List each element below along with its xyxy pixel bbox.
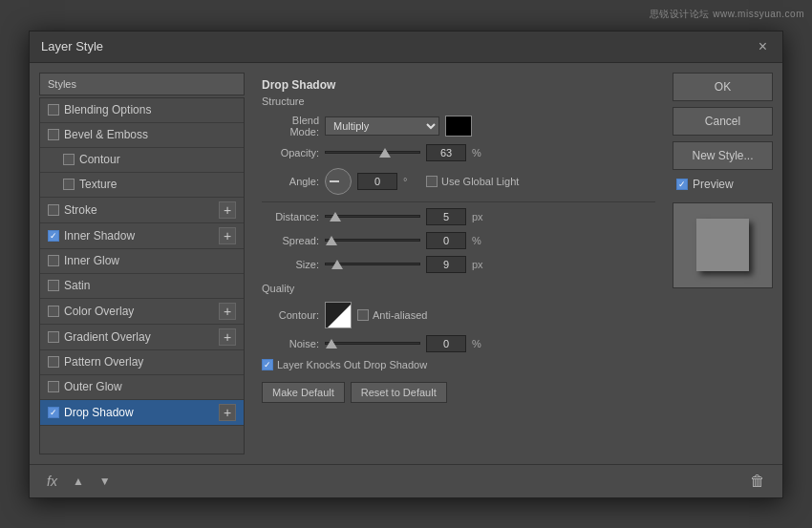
- sidebar-item-inner-shadow[interactable]: Inner Shadow+: [40, 223, 244, 249]
- dialog-title: Layer Style: [41, 39, 103, 53]
- checkbox-stroke[interactable]: [48, 204, 59, 216]
- spread-input[interactable]: 0: [426, 232, 466, 249]
- move-up-button[interactable]: ▲: [69, 473, 88, 490]
- checkbox-inner-shadow[interactable]: [48, 230, 59, 242]
- preview-label: Preview: [693, 178, 734, 191]
- distance-label: Distance:: [262, 211, 319, 222]
- checkbox-bevel-emboss[interactable]: [48, 129, 59, 140]
- sidebar-item-gradient-overlay[interactable]: Gradient Overlay+: [40, 325, 244, 350]
- label-satin: Satin: [64, 279, 90, 292]
- fx-button[interactable]: fx: [43, 472, 61, 491]
- distance-unit: px: [472, 211, 489, 222]
- section-title: Drop Shadow: [262, 78, 655, 92]
- blend-mode-select[interactable]: NormalDissolveDarkenMultiplyColor BurnLi…: [325, 116, 439, 136]
- opacity-input[interactable]: 63: [426, 144, 466, 161]
- close-button[interactable]: ×: [755, 39, 771, 54]
- checkbox-texture[interactable]: [63, 179, 75, 190]
- plus-btn-inner-shadow[interactable]: +: [219, 227, 236, 244]
- checkbox-blending-options[interactable]: [48, 104, 59, 116]
- cancel-button[interactable]: Cancel: [673, 107, 773, 136]
- angle-unit: °: [403, 176, 420, 187]
- layer-knocks-row: Layer Knocks Out Drop Shadow: [262, 359, 655, 370]
- size-slider-container[interactable]: [325, 258, 420, 271]
- checkbox-inner-glow[interactable]: [48, 255, 59, 266]
- sidebar-item-color-overlay[interactable]: Color Overlay+: [40, 299, 244, 325]
- sidebar-item-stroke[interactable]: Stroke+: [40, 198, 244, 223]
- delete-button[interactable]: 🗑: [746, 471, 769, 492]
- sidebar-item-pattern-overlay[interactable]: Pattern Overlay: [40, 350, 244, 375]
- sidebar-item-inner-glow[interactable]: Inner Glow: [40, 249, 244, 274]
- anti-aliased-checkbox[interactable]: [357, 309, 369, 321]
- middle-panel: Drop Shadow Structure Blend Mode: Normal…: [254, 73, 663, 454]
- spread-unit: %: [472, 235, 489, 246]
- noise-slider-container[interactable]: [325, 337, 420, 350]
- label-outer-glow: Outer Glow: [64, 380, 122, 393]
- noise-unit: %: [472, 338, 489, 349]
- new-style-button[interactable]: New Style...: [673, 141, 773, 170]
- distance-slider-container[interactable]: [325, 210, 420, 223]
- label-stroke: Stroke: [64, 203, 97, 217]
- checkbox-outer-glow[interactable]: [48, 381, 59, 392]
- make-default-button[interactable]: Make Default: [262, 382, 345, 403]
- size-group: Size: 9 px: [262, 256, 655, 273]
- noise-label: Noise:: [262, 338, 319, 349]
- blend-mode-group: Blend Mode: NormalDissolveDarkenMultiply…: [262, 115, 655, 137]
- label-texture: Texture: [79, 178, 117, 191]
- checkbox-satin[interactable]: [48, 280, 59, 291]
- reset-default-button[interactable]: Reset to Default: [351, 382, 447, 403]
- plus-btn-drop-shadow[interactable]: +: [219, 404, 236, 421]
- label-gradient-overlay: Gradient Overlay: [64, 330, 151, 344]
- dialog-titlebar: Layer Style ×: [30, 32, 782, 63]
- label-contour: Contour: [79, 153, 120, 166]
- sidebar-item-outer-glow[interactable]: Outer Glow: [40, 375, 244, 400]
- left-panel: Styles Blending OptionsBevel & EmbossCon…: [39, 73, 245, 454]
- plus-btn-stroke[interactable]: +: [219, 201, 236, 219]
- layer-style-dialog: Layer Style × Styles Blending OptionsBev…: [29, 31, 783, 498]
- sidebar-item-blending-options[interactable]: Blending Options: [40, 98, 244, 123]
- right-panel: OK Cancel New Style... Preview: [673, 73, 773, 454]
- label-bevel-emboss: Bevel & Emboss: [64, 128, 148, 141]
- contour-preview[interactable]: [325, 302, 352, 328]
- ok-button[interactable]: OK: [673, 73, 773, 101]
- svg-marker-0: [326, 303, 352, 328]
- sidebar-item-drop-shadow[interactable]: Drop Shadow+: [40, 400, 244, 426]
- move-down-button[interactable]: ▼: [96, 473, 115, 490]
- checkbox-pattern-overlay[interactable]: [48, 356, 59, 368]
- checkbox-contour[interactable]: [63, 154, 75, 165]
- distance-input[interactable]: 5: [426, 208, 466, 225]
- section-subtitle: Structure: [262, 95, 655, 107]
- plus-btn-color-overlay[interactable]: +: [219, 303, 236, 320]
- bottom-action-buttons: Make Default Reset to Default: [262, 382, 655, 403]
- color-swatch[interactable]: [445, 116, 472, 137]
- contour-group: Contour: Anti-aliased: [262, 302, 655, 328]
- distance-group: Distance: 5 px: [262, 208, 655, 225]
- quality-title: Quality: [262, 283, 655, 294]
- opacity-slider-container[interactable]: [325, 146, 420, 159]
- label-drop-shadow: Drop Shadow: [64, 406, 134, 419]
- preview-inner: [696, 219, 749, 271]
- layer-knocks-checkbox[interactable]: [262, 359, 273, 370]
- spread-label: Spread:: [262, 235, 319, 246]
- spread-slider-container[interactable]: [325, 234, 420, 247]
- label-blending-options: Blending Options: [64, 103, 151, 116]
- sidebar-item-contour[interactable]: Contour: [40, 148, 244, 173]
- size-input[interactable]: 9: [426, 256, 466, 273]
- noise-input[interactable]: 0: [426, 335, 466, 352]
- checkbox-gradient-overlay[interactable]: [48, 331, 59, 343]
- sidebar-item-satin[interactable]: Satin: [40, 274, 244, 299]
- checkbox-color-overlay[interactable]: [48, 306, 59, 317]
- size-unit: px: [472, 259, 489, 270]
- angle-input[interactable]: 0: [357, 173, 397, 190]
- use-global-light-checkbox[interactable]: [426, 176, 438, 187]
- bottom-toolbar: fx ▲ ▼ 🗑: [30, 464, 782, 497]
- sidebar-item-bevel-emboss[interactable]: Bevel & Emboss: [40, 123, 244, 148]
- use-global-light-label: Use Global Light: [441, 176, 519, 187]
- angle-dial[interactable]: [325, 168, 352, 195]
- sidebar-item-texture[interactable]: Texture: [40, 173, 244, 198]
- dialog-body: Styles Blending OptionsBevel & EmbossCon…: [30, 63, 782, 464]
- plus-btn-gradient-overlay[interactable]: +: [219, 328, 236, 346]
- checkbox-drop-shadow[interactable]: [48, 407, 59, 418]
- preview-checkbox[interactable]: [676, 179, 688, 190]
- label-pattern-overlay: Pattern Overlay: [64, 355, 143, 369]
- anti-aliased-row: Anti-aliased: [357, 309, 427, 321]
